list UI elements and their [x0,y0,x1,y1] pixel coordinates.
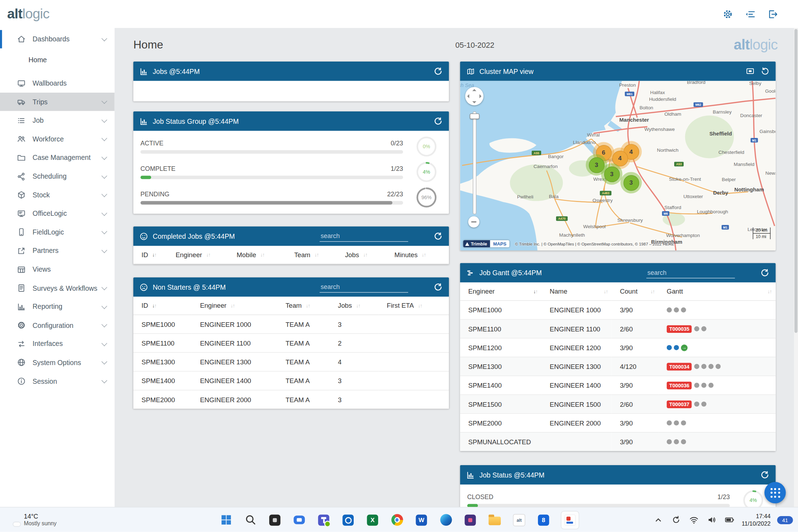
start-button[interactable] [219,513,233,527]
sidebar-item-reporting[interactable]: Reporting [0,297,115,316]
sidebar-item-fieldlogic[interactable]: FieldLogic [0,223,115,242]
fit-view-icon[interactable] [746,66,755,76]
job-dot[interactable] [709,364,714,369]
map-cluster[interactable]: 3 [601,163,622,185]
job-dot[interactable] [694,401,699,406]
trip-badge[interactable]: T000035 [667,325,692,333]
job-dot[interactable] [667,439,672,444]
column-header-engineer[interactable]: Engineer↓↑ [460,283,542,301]
job-gantt-search-input[interactable] [646,267,735,278]
job-dot[interactable] [716,364,721,369]
column-header-engineer[interactable]: Engineer↓↑ [167,246,229,264]
battery-icon[interactable] [724,514,735,526]
non-starters-search-input[interactable] [320,282,408,292]
sidebar-item-officelogic[interactable]: OfficeLogic [0,204,115,223]
sidebar-item-dashboards[interactable]: Dashboards [0,30,115,48]
wifi-icon[interactable] [688,514,700,526]
word-button[interactable]: W [414,513,428,527]
job-dot[interactable] [694,364,699,369]
scrollbar-thumb[interactable] [794,29,798,333]
refresh-icon[interactable] [434,283,443,292]
job-dot[interactable] [667,307,672,312]
table-row[interactable]: SPME1200ENGINEER 12003/90→ [460,338,776,357]
map-zoom-out-button[interactable] [468,216,480,227]
sidebar-item-case-management[interactable]: Case Management [0,149,115,167]
sidebar-item-trips[interactable]: Trips [0,93,115,111]
table-row[interactable]: SPME1000ENGINEER 10003/90 [460,301,776,319]
sidebar-item-session[interactable]: Session [0,372,115,391]
logout-icon[interactable] [768,9,778,19]
table-row[interactable]: SPME2000ENGINEER 2000TEAM A3 [133,390,449,409]
sidebar-item-configuration[interactable]: Configuration [0,316,115,335]
tray-sync-icon[interactable] [670,514,682,526]
table-row[interactable]: SPME1000ENGINEER 1000TEAM A3 [133,315,449,334]
table-row[interactable]: SPME1100ENGINEER 11002/60T000035 [460,319,776,338]
column-header-team[interactable]: Team↓↑ [286,246,337,264]
refresh-icon[interactable] [434,116,443,126]
refresh-icon[interactable] [761,470,770,479]
refresh-icon[interactable] [434,66,443,76]
sidebar-item-partners[interactable]: Partners [0,242,115,260]
volume-icon[interactable] [706,514,717,526]
sidebar-item-wallboards[interactable]: Wallboards [0,74,115,93]
job-dot[interactable] [709,383,714,388]
table-row[interactable]: SPME1500ENGINEER 15002/60T000037 [460,395,776,414]
map-pan-control[interactable] [465,87,484,105]
table-row[interactable]: SPME1300ENGINEER 1300TEAM A4 [133,352,449,371]
column-header-engineer[interactable]: Engineer↓↑ [192,297,277,315]
column-header-id[interactable]: ID↓↑ [133,297,192,315]
file-explorer-button[interactable] [487,513,502,527]
refresh-icon[interactable] [761,268,770,277]
sidebar-item-interfaces[interactable]: Interfaces [0,335,115,353]
taskbar-weather-widget[interactable]: 14°C Mostly sunny [0,513,123,527]
job-dot[interactable] [701,326,706,331]
job-dot[interactable] [667,345,672,350]
sidebar-item-scheduling[interactable]: Scheduling [0,167,115,186]
taskbar-clock[interactable]: 17:44 11/10/2022 [742,512,771,527]
job-dot[interactable] [694,383,699,388]
job-dot[interactable] [701,364,706,369]
purple-app-button[interactable] [463,513,477,527]
sidebar-item-stock[interactable]: Stock [0,186,115,204]
column-header-minutes[interactable]: Minutes↓↑ [386,246,449,264]
column-header-id[interactable]: ID↓↑ [133,246,167,264]
altlogic-app-button[interactable]: alt [512,513,526,527]
job-dot[interactable] [681,307,686,312]
trip-badge[interactable]: T000034 [667,363,692,370]
apps-grid-fab[interactable] [764,482,786,503]
chat-button[interactable] [292,513,306,527]
sidebar-item-workforce[interactable]: Workforce [0,130,115,149]
page-scrollbar[interactable] [794,28,798,507]
map-canvas[interactable]: Irish SeaPrestonBradfordHalifaxSelbyGool… [460,81,776,250]
eight-app-button[interactable]: 8 [536,513,550,527]
job-dot[interactable] [681,439,686,444]
table-row[interactable]: SPME2000ENGINEER 20003/90 [460,414,776,432]
outlook-button[interactable] [341,513,355,527]
column-header-jobs[interactable]: Jobs↓↑ [337,246,386,264]
column-header-gantt[interactable]: Gantt↓↑ [659,283,776,301]
sidebar-item-system-options[interactable]: System Options [0,353,115,372]
tray-chevron-up-icon[interactable] [653,514,664,526]
teams-button[interactable] [317,513,331,527]
job-dot[interactable] [674,420,679,425]
column-header-jobs[interactable]: Jobs↓↑ [330,297,378,315]
column-header-name[interactable]: Name↓↑ [542,283,612,301]
sidebar-item-views[interactable]: Views [0,260,115,279]
table-row[interactable]: SPME1300ENGINEER 13004/120T000034 [460,357,776,376]
job-dot[interactable] [701,383,706,388]
sidebar-item-surveys-workflows[interactable]: Surveys & Workflows [0,279,115,297]
job-dot[interactable] [674,345,679,350]
column-header-first-eta[interactable]: First ETA↓↑ [378,297,449,315]
table-row[interactable]: SPMUNALLOCATED3/90 [460,432,776,451]
active-app-button[interactable] [561,511,579,529]
sidebar-item-job[interactable]: Job [0,111,115,130]
menu-fold-icon[interactable] [745,9,755,19]
column-header-count[interactable]: Count↓↑ [612,283,658,301]
job-dot[interactable] [667,420,672,425]
en-route-icon[interactable]: → [681,344,688,351]
map-zoom-slider[interactable] [473,111,476,214]
reset-view-icon[interactable] [761,66,770,76]
excel-button[interactable]: X [365,513,380,527]
settings-gear-icon[interactable] [723,9,733,19]
search-button[interactable] [243,513,258,527]
